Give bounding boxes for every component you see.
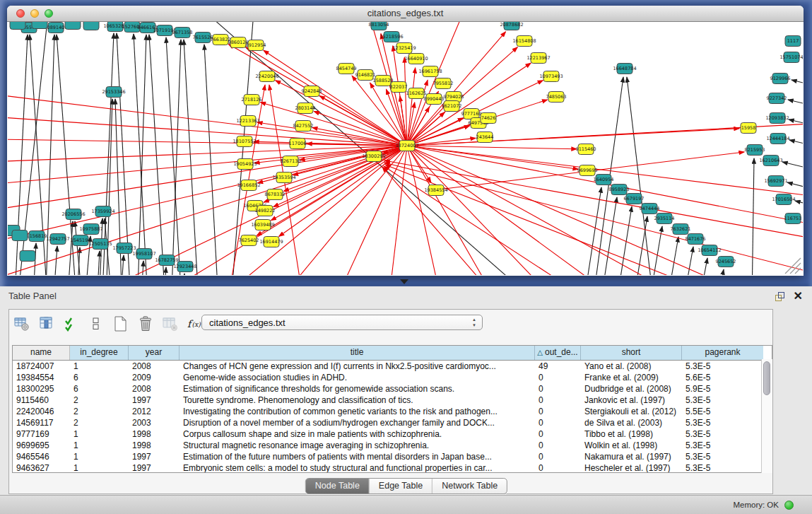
graph-node[interactable]: 7955812 xyxy=(433,78,454,89)
close-icon[interactable]: ✕ xyxy=(794,289,803,303)
column-header-short[interactable]: short xyxy=(581,346,682,360)
graph-node[interactable]: 8912954 xyxy=(246,40,266,51)
graph-node[interactable] xyxy=(20,251,35,262)
network-canvas[interactable]: 1405571420891406106532871527602946616110… xyxy=(8,22,803,275)
column-header-name[interactable]: name xyxy=(13,346,70,360)
column-header-in-degree[interactable]: in_degree xyxy=(70,346,129,360)
float-window-icon[interactable] xyxy=(775,291,785,302)
graph-node[interactable]: 9227342 xyxy=(767,93,787,104)
graph-node[interactable]: 1640954 xyxy=(594,175,614,185)
graph-node[interactable]: 243644 xyxy=(476,132,494,143)
graph-node[interactable]: 9115460 xyxy=(576,144,596,155)
table-row[interactable]: 977716911998Corpus callosum shape and si… xyxy=(13,428,772,440)
graph-node[interactable]: 22420046 xyxy=(255,71,278,82)
table-settings-icon[interactable] xyxy=(13,316,30,332)
graph-node[interactable]: 10973493 xyxy=(539,71,563,82)
graph-node[interactable]: 29153346 xyxy=(102,87,125,98)
graph-node[interactable]: 20878682 xyxy=(500,22,523,30)
rename-column-icon[interactable] xyxy=(63,316,80,332)
network-window-titlebar[interactable]: citations_edges.txt xyxy=(7,6,804,22)
graph-node[interactable]: 9129966 xyxy=(770,74,791,84)
network-graph[interactable]: 1405571420891406106532871527602946616110… xyxy=(8,22,803,275)
tab-node-table[interactable]: Node Table xyxy=(306,479,369,493)
graph-node[interactable]: 15218596 xyxy=(379,32,403,42)
graph-node[interactable]: 17359924 xyxy=(91,206,114,217)
resize-grip-icon[interactable] xyxy=(790,263,801,274)
graph-node[interactable]: 12505135 xyxy=(88,239,112,250)
column-visibility-icon[interactable] xyxy=(38,316,55,332)
panel-splitter-handle[interactable] xyxy=(400,279,408,284)
graph-node[interactable]: 1156819 xyxy=(27,231,47,242)
graph-node[interactable]: 1498222 xyxy=(255,206,276,216)
graph-node[interactable]: 19384554 xyxy=(424,185,447,196)
graph-node[interactable]: 8215953 xyxy=(745,145,765,156)
graph-node[interactable]: 8267130 xyxy=(281,156,301,167)
row-options-icon[interactable] xyxy=(88,316,105,332)
table-row[interactable]: 1456911722003Disruption of a novel membe… xyxy=(13,417,772,428)
delete-table-icon[interactable] xyxy=(137,316,154,332)
tab-edge-table[interactable]: Edge Table xyxy=(369,479,432,493)
graph-node[interactable]: 17016504 xyxy=(772,194,795,205)
graph-node[interactable]: 6679197 xyxy=(624,194,645,204)
table-row[interactable]: 969969511998Structural magnetic resonanc… xyxy=(13,440,772,451)
scrollbar-thumb[interactable] xyxy=(763,361,770,395)
graph-node[interactable]: 16210643 xyxy=(759,156,782,166)
graph-node[interactable]: 1545194 xyxy=(71,235,91,246)
graph-node[interactable]: 9671358 xyxy=(172,28,193,38)
graph-node[interactable]: 9242848 xyxy=(302,86,322,97)
graph-node[interactable]: 9245652 xyxy=(716,257,736,267)
table-row[interactable]: 1872400712008Changes of HCN gene express… xyxy=(13,361,772,372)
graph-node[interactable]: 1621072 xyxy=(442,101,462,112)
graph-node[interactable]: 18107552 xyxy=(233,136,256,147)
graph-node[interactable]: 9474444 xyxy=(640,204,660,214)
graph-node[interactable]: 7632621 xyxy=(671,224,691,235)
graph-node[interactable]: 116753 xyxy=(784,214,802,224)
graph-node[interactable]: 16961758 xyxy=(418,66,442,77)
graph-node[interactable]: 10975887 xyxy=(79,224,102,235)
graph-node[interactable]: 14353594 xyxy=(272,173,295,183)
graph-node[interactable]: 7625402 xyxy=(239,235,259,246)
table-row[interactable]: 1830029562008Estimation of significance … xyxy=(13,383,772,395)
graph-node[interactable]: 7485063 xyxy=(546,92,567,103)
graph-node[interactable]: 8678332 xyxy=(265,189,286,200)
graph-node[interactable]: 2803144 xyxy=(295,103,316,114)
graph-node[interactable]: 117006 xyxy=(289,139,307,149)
graph-node[interactable]: 74626 xyxy=(481,113,496,124)
table-vertical-scrollbar[interactable] xyxy=(761,359,772,473)
column-header-out-degree[interactable]: △out_de... xyxy=(535,346,581,360)
graph-node[interactable]: 822037 xyxy=(390,82,408,93)
graph-node[interactable]: 2718126 xyxy=(242,95,262,105)
graph-node[interactable] xyxy=(83,22,99,30)
graph-node[interactable]: 8471676 xyxy=(686,234,706,245)
table-row[interactable]: 946554611997Estimation of the future num… xyxy=(13,451,772,462)
graph-node[interactable]: 12444184 xyxy=(766,134,789,144)
graph-node[interactable]: 16640910 xyxy=(404,54,428,64)
graph-node[interactable]: 12325419 xyxy=(392,43,416,54)
column-header-pagerank[interactable]: pagerank xyxy=(682,346,763,360)
graph-node[interactable]: 16648784 xyxy=(613,64,636,74)
graph-node[interactable]: 12213967 xyxy=(526,53,550,64)
table-row[interactable]: 911546021997Tourette syndrome. Phenomeno… xyxy=(13,395,772,406)
table-row[interactable]: 2242004622012Investigating the contribut… xyxy=(13,406,772,417)
graph-node[interactable]: 16154808 xyxy=(512,36,536,47)
graph-node[interactable]: 16914479 xyxy=(259,237,283,247)
column-header-title[interactable]: title xyxy=(180,346,535,360)
graph-node[interactable]: 12093832 xyxy=(765,113,789,124)
table-row[interactable]: 946362711997Embryonic stem cells: a mode… xyxy=(13,462,772,473)
graph-node[interactable] xyxy=(65,22,81,30)
graph-node[interactable]: 1117 xyxy=(785,36,801,47)
graph-node[interactable] xyxy=(12,230,28,241)
graph-node[interactable]: 8958923 xyxy=(609,185,630,195)
graph-node[interactable]: 9699695 xyxy=(577,165,598,176)
memory-ok-indicator[interactable] xyxy=(784,501,794,510)
graph-node[interactable]: 15751074 xyxy=(779,52,803,63)
graph-node[interactable]: 2935114 xyxy=(654,214,675,224)
graph-node[interactable] xyxy=(32,22,47,29)
graph-node[interactable]: 15958 xyxy=(741,123,756,134)
graph-node[interactable]: 15692971 xyxy=(764,176,787,187)
tab-network-table[interactable]: Network Table xyxy=(432,479,507,493)
graph-node[interactable]: 10654112 xyxy=(698,245,721,256)
new-table-icon[interactable] xyxy=(112,316,129,332)
graph-node[interactable]: 20206556 xyxy=(61,209,85,220)
table-row[interactable]: 1938455462009Genome-wide association stu… xyxy=(13,372,772,383)
